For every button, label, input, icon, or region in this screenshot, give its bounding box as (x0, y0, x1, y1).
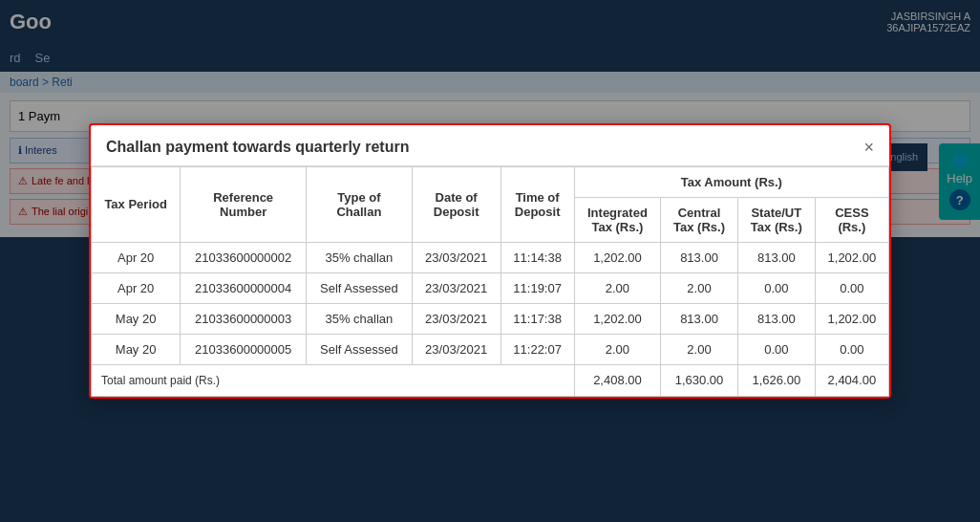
total-integrated-tax: 2,408.00 (574, 364, 660, 397)
table-body: Apr 20 21033600000002 35% challan 23/03/… (92, 242, 889, 397)
cell-time-deposit: 11:19:07 (501, 272, 574, 303)
cell-time-deposit: 11:14:38 (501, 242, 574, 272)
cell-date-deposit: 23/03/2021 (412, 272, 501, 303)
table-row: Apr 20 21033600000002 35% challan 23/03/… (92, 242, 889, 272)
cell-state-ut-tax: 0.00 (737, 272, 815, 303)
col-reference-number: ReferenceNumber (181, 166, 307, 242)
cell-cess: 0.00 (815, 334, 888, 364)
cell-central-tax: 813.00 (661, 242, 738, 272)
table-row: May 20 21033600000005 Self Assessed 23/0… (92, 334, 889, 364)
col-cess: CESS(Rs.) (815, 197, 888, 242)
table-row: Apr 20 21033600000004 Self Assessed 23/0… (92, 272, 889, 303)
cell-state-ut-tax: 0.00 (737, 334, 815, 364)
table-row: May 20 21033600000003 35% challan 23/03/… (92, 303, 889, 334)
cell-type-challan: Self Assessed (307, 272, 413, 303)
cell-state-ut-tax: 813.00 (737, 303, 815, 334)
cell-cess: 0.00 (815, 272, 888, 303)
col-integrated-tax: IntegratedTax (Rs.) (574, 197, 660, 242)
cell-reference-number: 21033600000003 (181, 303, 307, 334)
total-row: Total amount paid (Rs.) 2,408.00 1,630.0… (92, 364, 889, 397)
cell-integrated-tax: 2.00 (574, 272, 660, 303)
modal-title: Challan payment towards quarterly return (106, 139, 409, 156)
table-header-row-1: Tax Period ReferenceNumber Type ofChalla… (92, 166, 889, 197)
col-state-ut-tax: State/UTTax (Rs.) (737, 197, 815, 242)
cell-integrated-tax: 1,202.00 (574, 303, 660, 334)
modal-overlay: Challan payment towards quarterly return… (0, 0, 980, 522)
total-state-ut-tax: 1,626.00 (737, 364, 815, 397)
total-cess: 2,404.00 (815, 364, 888, 397)
cell-reference-number: 21033600000002 (181, 242, 307, 272)
cell-date-deposit: 23/03/2021 (412, 334, 501, 364)
col-tax-amount: Tax Amount (Rs.) (574, 166, 888, 197)
cell-type-challan: 35% challan (307, 242, 413, 272)
cell-integrated-tax: 2.00 (574, 334, 660, 364)
cell-tax-period: Apr 20 (92, 242, 181, 272)
cell-date-deposit: 23/03/2021 (412, 242, 501, 272)
cell-state-ut-tax: 813.00 (737, 242, 815, 272)
cell-time-deposit: 11:17:38 (501, 303, 574, 334)
col-tax-period: Tax Period (92, 166, 181, 242)
cell-central-tax: 813.00 (661, 303, 738, 334)
modal-header: Challan payment towards quarterly return… (91, 125, 889, 166)
cell-tax-period: May 20 (92, 303, 181, 334)
cell-date-deposit: 23/03/2021 (412, 303, 501, 334)
modal-close-button[interactable]: × (863, 139, 874, 156)
col-type-challan: Type ofChallan (307, 166, 413, 242)
cell-central-tax: 2.00 (661, 334, 738, 364)
challan-table: Tax Period ReferenceNumber Type ofChalla… (91, 166, 889, 398)
cell-reference-number: 21033600000004 (181, 272, 307, 303)
cell-integrated-tax: 1,202.00 (574, 242, 660, 272)
cell-tax-period: Apr 20 (92, 272, 181, 303)
challan-modal: Challan payment towards quarterly return… (89, 123, 891, 400)
cell-type-challan: 35% challan (307, 303, 413, 334)
cell-cess: 1,202.00 (815, 303, 888, 334)
total-label: Total amount paid (Rs.) (92, 364, 575, 397)
cell-reference-number: 21033600000005 (181, 334, 307, 364)
cell-time-deposit: 11:22:07 (501, 334, 574, 364)
cell-type-challan: Self Assessed (307, 334, 413, 364)
col-date-deposit: Date ofDeposit (412, 166, 501, 242)
modal-body: Tax Period ReferenceNumber Type ofChalla… (91, 166, 889, 398)
col-time-deposit: Time ofDeposit (501, 166, 574, 242)
col-central-tax: CentralTax (Rs.) (661, 197, 738, 242)
total-central-tax: 1,630.00 (661, 364, 738, 397)
cell-tax-period: May 20 (92, 334, 181, 364)
cell-cess: 1,202.00 (815, 242, 888, 272)
cell-central-tax: 2.00 (661, 272, 738, 303)
